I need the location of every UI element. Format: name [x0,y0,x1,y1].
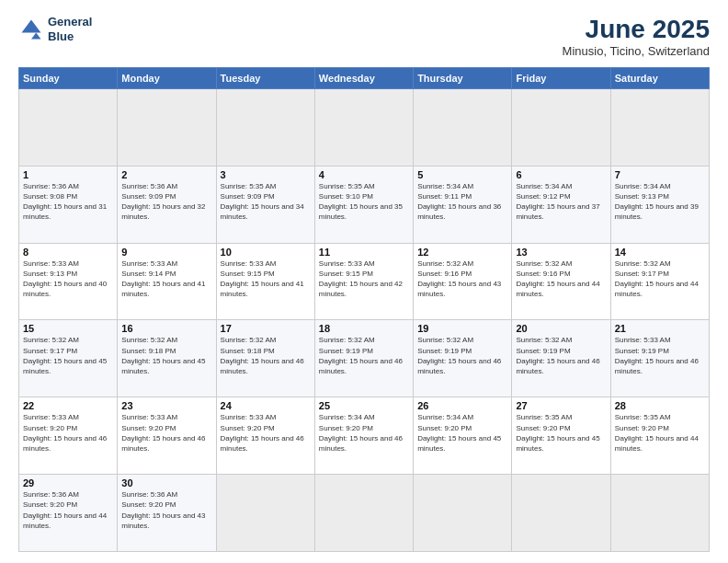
day-number: 9 [121,247,211,258]
day-number: 20 [516,323,606,334]
day-number: 14 [615,247,705,258]
day-number: 25 [319,400,409,411]
day-info: Sunrise: 5:34 AMSunset: 9:11 PMDaylight:… [417,181,507,223]
day-info: Sunrise: 5:32 AMSunset: 9:18 PMDaylight:… [221,335,311,376]
calendar-week-0 [19,89,710,167]
day-number: 15 [23,323,113,334]
calendar-cell [512,475,610,552]
calendar-cell: 26Sunrise: 5:34 AMSunset: 9:20 PMDayligh… [414,397,512,475]
day-number: 16 [121,323,211,334]
calendar-week-5: 29Sunrise: 5:36 AMSunset: 9:20 PMDayligh… [19,475,710,552]
day-number: 4 [319,169,409,180]
calendar-cell: 20Sunrise: 5:32 AMSunset: 9:19 PMDayligh… [512,320,610,397]
calendar-cell: 5Sunrise: 5:34 AMSunset: 9:11 PMDaylight… [414,166,512,243]
day-info: Sunrise: 5:33 AMSunset: 9:19 PMDaylight:… [615,335,705,376]
day-info: Sunrise: 5:32 AMSunset: 9:19 PMDaylight:… [417,335,507,376]
calendar-cell: 27Sunrise: 5:35 AMSunset: 9:20 PMDayligh… [512,397,610,475]
day-number: 2 [121,169,211,180]
calendar-cell: 15Sunrise: 5:32 AMSunset: 9:17 PMDayligh… [19,320,118,397]
calendar-cell: 30Sunrise: 5:36 AMSunset: 9:20 PMDayligh… [118,475,216,552]
day-number: 24 [221,400,311,411]
day-info: Sunrise: 5:36 AMSunset: 9:09 PMDaylight:… [121,181,211,223]
day-info: Sunrise: 5:32 AMSunset: 9:18 PMDaylight:… [121,335,211,376]
day-number: 23 [121,400,211,411]
calendar-cell: 9Sunrise: 5:33 AMSunset: 9:14 PMDaylight… [118,243,216,320]
day-info: Sunrise: 5:33 AMSunset: 9:15 PMDaylight:… [319,259,409,300]
day-info: Sunrise: 5:32 AMSunset: 9:17 PMDaylight:… [615,259,705,300]
header: General Blue June 2025 Minusio, Ticino, … [18,15,710,58]
calendar-cell: 12Sunrise: 5:32 AMSunset: 9:16 PMDayligh… [414,243,512,320]
day-number: 27 [516,400,606,411]
day-number: 22 [23,400,113,411]
day-number: 29 [23,477,113,488]
calendar-cell: 21Sunrise: 5:33 AMSunset: 9:19 PMDayligh… [610,320,709,397]
day-info: Sunrise: 5:36 AMSunset: 9:20 PMDaylight:… [23,489,113,531]
day-info: Sunrise: 5:33 AMSunset: 9:20 PMDaylight:… [121,412,211,454]
day-number: 28 [615,400,705,411]
day-number: 12 [417,247,507,258]
day-info: Sunrise: 5:33 AMSunset: 9:20 PMDaylight:… [23,412,113,454]
day-info: Sunrise: 5:32 AMSunset: 9:19 PMDaylight:… [319,335,409,376]
day-header-wednesday: Wednesday [314,68,413,89]
calendar-week-4: 22Sunrise: 5:33 AMSunset: 9:20 PMDayligh… [19,397,710,475]
calendar-cell: 25Sunrise: 5:34 AMSunset: 9:20 PMDayligh… [314,397,413,475]
day-info: Sunrise: 5:35 AMSunset: 9:20 PMDaylight:… [516,412,606,454]
day-info: Sunrise: 5:32 AMSunset: 9:19 PMDaylight:… [516,335,606,376]
calendar-cell: 10Sunrise: 5:33 AMSunset: 9:15 PMDayligh… [216,243,314,320]
day-number: 11 [319,247,409,258]
logo-icon [18,17,44,42]
day-number: 6 [516,169,606,180]
day-header-tuesday: Tuesday [216,68,314,89]
main-title: June 2025 [563,15,710,44]
day-info: Sunrise: 5:34 AMSunset: 9:12 PMDaylight:… [516,181,606,223]
calendar-cell: 22Sunrise: 5:33 AMSunset: 9:20 PMDayligh… [19,397,118,475]
day-info: Sunrise: 5:33 AMSunset: 9:15 PMDaylight:… [221,259,311,300]
day-info: Sunrise: 5:32 AMSunset: 9:16 PMDaylight:… [516,259,606,300]
calendar-header-row: SundayMondayTuesdayWednesdayThursdayFrid… [19,68,710,89]
title-block: June 2025 Minusio, Ticino, Switzerland [563,15,710,58]
calendar-cell: 16Sunrise: 5:32 AMSunset: 9:18 PMDayligh… [118,320,216,397]
calendar-cell [118,89,216,167]
calendar-cell [414,475,512,552]
day-number: 3 [221,169,311,180]
calendar-cell: 1Sunrise: 5:36 AMSunset: 9:08 PMDaylight… [19,166,118,243]
logo-text: General Blue [48,15,92,43]
day-number: 8 [23,247,113,258]
calendar-cell: 11Sunrise: 5:33 AMSunset: 9:15 PMDayligh… [314,243,413,320]
calendar-cell: 13Sunrise: 5:32 AMSunset: 9:16 PMDayligh… [512,243,610,320]
day-header-saturday: Saturday [610,68,709,89]
subtitle: Minusio, Ticino, Switzerland [563,44,710,58]
day-number: 18 [319,323,409,334]
calendar-body: 1Sunrise: 5:36 AMSunset: 9:08 PMDaylight… [19,89,710,552]
day-number: 19 [417,323,507,334]
day-info: Sunrise: 5:36 AMSunset: 9:08 PMDaylight:… [23,181,113,223]
calendar-cell [512,89,610,167]
day-info: Sunrise: 5:34 AMSunset: 9:13 PMDaylight:… [615,181,705,223]
day-info: Sunrise: 5:34 AMSunset: 9:20 PMDaylight:… [417,412,507,454]
calendar-cell: 17Sunrise: 5:32 AMSunset: 9:18 PMDayligh… [216,320,314,397]
logo: General Blue [18,15,92,43]
day-info: Sunrise: 5:34 AMSunset: 9:20 PMDaylight:… [319,412,409,454]
day-info: Sunrise: 5:35 AMSunset: 9:20 PMDaylight:… [615,412,705,454]
calendar-cell: 14Sunrise: 5:32 AMSunset: 9:17 PMDayligh… [610,243,709,320]
day-number: 7 [615,169,705,180]
page: General Blue June 2025 Minusio, Ticino, … [0,0,728,563]
day-number: 26 [417,400,507,411]
svg-marker-0 [22,19,41,32]
calendar-cell [19,89,118,167]
calendar-cell: 6Sunrise: 5:34 AMSunset: 9:12 PMDaylight… [512,166,610,243]
day-info: Sunrise: 5:33 AMSunset: 9:14 PMDaylight:… [121,259,211,300]
day-number: 30 [121,477,211,488]
day-info: Sunrise: 5:33 AMSunset: 9:13 PMDaylight:… [23,259,113,300]
calendar-cell: 29Sunrise: 5:36 AMSunset: 9:20 PMDayligh… [19,475,118,552]
calendar-cell: 7Sunrise: 5:34 AMSunset: 9:13 PMDaylight… [610,166,709,243]
calendar-week-1: 1Sunrise: 5:36 AMSunset: 9:08 PMDaylight… [19,166,710,243]
calendar-cell: 4Sunrise: 5:35 AMSunset: 9:10 PMDaylight… [314,166,413,243]
day-info: Sunrise: 5:35 AMSunset: 9:09 PMDaylight:… [221,181,311,223]
day-header-monday: Monday [118,68,216,89]
svg-marker-1 [31,32,41,39]
calendar-cell: 2Sunrise: 5:36 AMSunset: 9:09 PMDaylight… [118,166,216,243]
calendar-week-3: 15Sunrise: 5:32 AMSunset: 9:17 PMDayligh… [19,320,710,397]
calendar-cell [314,89,413,167]
day-info: Sunrise: 5:36 AMSunset: 9:20 PMDaylight:… [121,489,211,531]
